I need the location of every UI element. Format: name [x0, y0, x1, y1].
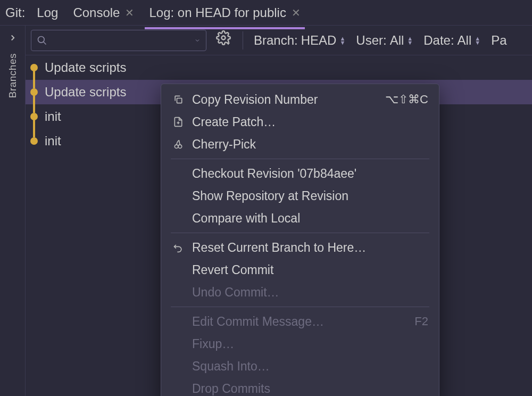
git-prefix-label: Git: — [3, 5, 29, 20]
menu-item-label: Reset Current Branch to Here… — [192, 241, 428, 255]
filter-key: Date: — [423, 33, 454, 48]
commit-message: init — [45, 109, 61, 124]
commit-dot-icon — [30, 64, 38, 71]
gear-icon[interactable] — [213, 30, 234, 51]
menu-item-label: Copy Revision Number — [192, 93, 378, 107]
close-icon[interactable]: ✕ — [292, 6, 301, 19]
menu-item-label: Create Patch… — [192, 115, 428, 129]
filter-key: Branch: — [254, 33, 298, 48]
svg-point-2 — [222, 36, 226, 39]
branches-label[interactable]: Branches — [7, 53, 19, 98]
menu-fixup: Fixup… — [161, 333, 439, 355]
menu-copy-revision[interactable]: Copy Revision Number ⌥⇧⌘C — [161, 88, 439, 111]
search-input-wrapper[interactable] — [31, 30, 206, 51]
menu-item-label: Squash Into… — [192, 359, 428, 374]
menu-item-label: Drop Commits — [192, 382, 428, 396]
search-input[interactable] — [52, 34, 190, 46]
tab-console[interactable]: Console ✕ — [65, 1, 142, 24]
undo-icon — [172, 242, 185, 253]
patch-icon — [172, 117, 185, 127]
filter-overflow[interactable]: Pa — [489, 33, 509, 48]
menu-separator — [171, 233, 429, 233]
tab-label: Log — [37, 5, 58, 20]
menu-show-repository[interactable]: Show Repository at Revision — [161, 185, 439, 207]
filter-branch[interactable]: Branch: HEAD ▲▼ — [252, 33, 347, 48]
copy-icon — [172, 94, 185, 105]
menu-item-label: Fixup… — [192, 337, 428, 351]
updown-icon: ▲▼ — [475, 36, 480, 45]
svg-line-1 — [44, 42, 46, 44]
menu-item-label: Show Repository at Revision — [192, 189, 428, 203]
updown-icon: ▲▼ — [339, 36, 345, 45]
filter-key: User: — [356, 33, 386, 48]
svg-rect-4 — [177, 98, 182, 103]
menu-compare-local[interactable]: Compare with Local — [161, 207, 439, 229]
commit-dot-icon — [30, 137, 38, 145]
svg-point-0 — [38, 36, 45, 43]
tab-label: Console — [73, 5, 120, 20]
svg-point-7 — [174, 145, 178, 148]
menu-item-label: Edit Commit Message… — [192, 315, 407, 329]
menu-item-label: Cherry-Pick — [192, 137, 428, 152]
commit-message: init — [45, 134, 61, 148]
commit-context-menu: Copy Revision Number ⌥⇧⌘C Create Patch… … — [161, 84, 439, 396]
filter-user[interactable]: User: All ▲▼ — [354, 33, 415, 48]
menu-item-label: Undo Commit… — [192, 285, 428, 300]
branches-sidebar: Branches — [0, 26, 26, 396]
commit-dot-icon — [30, 88, 38, 96]
menu-item-label: Revert Commit — [192, 263, 428, 277]
tab-label: Log: on HEAD for public — [149, 5, 286, 20]
menu-drop-commits: Drop Commits — [161, 377, 439, 396]
commit-dot-icon — [30, 113, 38, 120]
menu-reset-branch[interactable]: Reset Current Branch to Here… — [161, 236, 439, 259]
close-icon[interactable]: ✕ — [125, 6, 134, 19]
svg-point-8 — [178, 145, 182, 148]
cherry-icon — [172, 139, 185, 150]
menu-undo-commit: Undo Commit… — [161, 281, 439, 303]
updown-icon: ▲▼ — [407, 36, 413, 45]
menu-create-patch[interactable]: Create Patch… — [161, 111, 439, 133]
filter-date[interactable]: Date: All ▲▼ — [421, 33, 483, 48]
toolbar-separator — [243, 31, 243, 50]
chevron-down-icon[interactable] — [194, 37, 201, 44]
filter-value: All — [390, 33, 404, 48]
menu-checkout-revision[interactable]: Checkout Revision '07b84aee' — [161, 162, 439, 185]
tab-bar: Git: Log Console ✕ Log: on HEAD for publ… — [0, 0, 532, 26]
commit-row[interactable]: Update scripts — [26, 55, 532, 80]
menu-edit-commit-message: Edit Commit Message… F2 — [161, 310, 439, 333]
menu-separator — [171, 307, 429, 307]
menu-item-label: Checkout Revision '07b84aee' — [192, 167, 428, 181]
menu-shortcut: F2 — [414, 315, 428, 328]
filter-value: All — [458, 33, 472, 48]
tab-log[interactable]: Log — [29, 1, 65, 24]
menu-separator — [171, 159, 429, 159]
search-icon — [37, 35, 47, 46]
chevron-right-icon[interactable] — [8, 33, 18, 43]
menu-squash-into: Squash Into… — [161, 355, 439, 377]
filter-value: HEAD — [301, 33, 337, 48]
menu-shortcut: ⌥⇧⌘C — [385, 93, 428, 106]
menu-item-label: Compare with Local — [192, 211, 428, 226]
log-toolbar: Branch: HEAD ▲▼ User: All ▲▼ Date: All ▲… — [26, 26, 532, 55]
tab-log-head-public[interactable]: Log: on HEAD for public ✕ — [142, 1, 307, 24]
commit-message: Update scripts — [45, 85, 126, 100]
filter-key: Pa — [491, 33, 506, 48]
menu-revert-commit[interactable]: Revert Commit — [161, 259, 439, 281]
svg-marker-3 — [227, 43, 230, 45]
commit-message: Update scripts — [45, 60, 126, 75]
menu-cherry-pick[interactable]: Cherry-Pick — [161, 133, 439, 155]
